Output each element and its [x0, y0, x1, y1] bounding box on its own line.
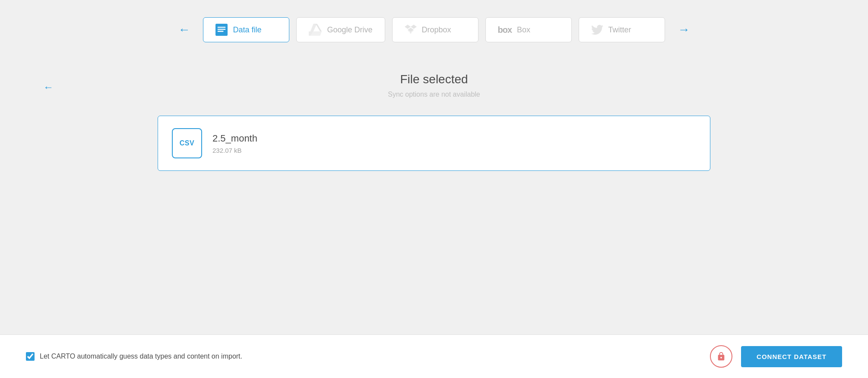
- auto-guess-text: Let CARTO automatically guess data types…: [40, 353, 242, 360]
- box-icon: box: [498, 25, 512, 35]
- tab-box[interactable]: box Box: [485, 17, 572, 42]
- bottom-bar: Let CARTO automatically guess data types…: [0, 335, 868, 378]
- twitter-icon: [591, 24, 603, 36]
- svg-rect-3: [218, 31, 224, 32]
- file-info: 2.5_month 232.07 kB: [212, 133, 257, 154]
- lock-icon: [716, 352, 726, 361]
- content-area: ← File selected Sync options are not ava…: [0, 55, 868, 334]
- tab-dropbox-label: Dropbox: [422, 25, 451, 35]
- tab-data-file-label: Data file: [233, 25, 261, 35]
- bottom-right: CONNECT DATASET: [710, 345, 842, 368]
- next-arrow[interactable]: →: [665, 23, 703, 37]
- file-card: CSV 2.5_month 232.07 kB: [158, 116, 710, 171]
- file-name: 2.5_month: [212, 133, 257, 144]
- auto-guess-checkbox[interactable]: [26, 352, 35, 361]
- data-file-icon: [215, 24, 228, 36]
- tab-twitter-label: Twitter: [608, 25, 631, 35]
- tab-data-file[interactable]: Data file: [203, 17, 289, 42]
- file-selected-title: File selected: [400, 72, 468, 86]
- dropbox-icon: [405, 24, 417, 36]
- svg-marker-7: [405, 25, 411, 28]
- connect-dataset-button[interactable]: CONNECT DATASET: [741, 346, 842, 367]
- svg-rect-2: [218, 29, 226, 30]
- google-drive-icon: [309, 24, 322, 36]
- svg-rect-1: [218, 27, 226, 28]
- tab-google-drive-label: Google Drive: [327, 25, 372, 35]
- tab-twitter[interactable]: Twitter: [579, 17, 665, 42]
- file-size: 232.07 kB: [212, 147, 257, 154]
- source-tabs-wrapper: ← Data file Google Drive: [0, 0, 868, 55]
- sync-options-text: Sync options are not available: [388, 91, 480, 98]
- main-container: ← Data file Google Drive: [0, 0, 868, 378]
- tab-dropbox[interactable]: Dropbox: [392, 17, 478, 42]
- auto-guess-label[interactable]: Let CARTO automatically guess data types…: [26, 352, 242, 361]
- prev-arrow[interactable]: ←: [165, 23, 203, 37]
- tab-google-drive[interactable]: Google Drive: [296, 17, 385, 42]
- svg-marker-8: [411, 25, 417, 28]
- lock-button[interactable]: [710, 345, 732, 368]
- content-back-arrow[interactable]: ←: [43, 81, 54, 93]
- source-tabs: Data file Google Drive: [203, 17, 665, 42]
- tab-box-label: Box: [517, 25, 530, 35]
- csv-icon: CSV: [172, 128, 202, 158]
